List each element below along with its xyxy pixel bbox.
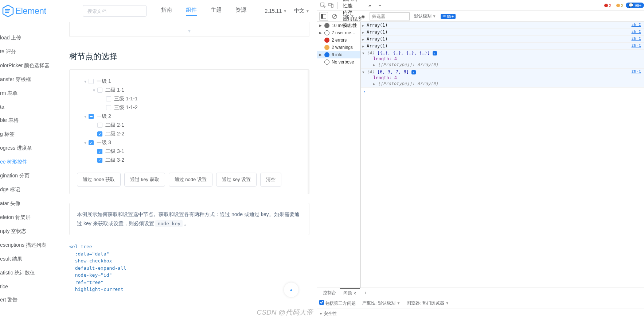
- devtools-tab[interactable]: 性能: [340, 3, 365, 9]
- sidebar-item[interactable]: esult 结果: [0, 252, 55, 266]
- context-selector[interactable]: top ▼: [341, 13, 356, 20]
- info-icon[interactable]: i: [433, 51, 437, 55]
- tree-caret-icon[interactable]: ▼: [83, 80, 89, 84]
- version-selector[interactable]: 2.15.11 ▼: [265, 8, 287, 14]
- source-link[interactable]: zh-C: [632, 36, 643, 42]
- sidebar-item[interactable]: rm 表单: [0, 87, 55, 100]
- back-to-top-button[interactable]: ▲: [284, 283, 298, 297]
- issues-section-security[interactable]: ▼ 安全性: [317, 308, 644, 319]
- language-selector[interactable]: 中文 ▼: [294, 8, 309, 14]
- console-filter-row[interactable]: ▶10 messa…: [317, 22, 360, 29]
- caret-right-icon[interactable]: ▶: [362, 36, 367, 42]
- info-icon[interactable]: i: [411, 70, 416, 74]
- tree-node[interactable]: 二级 2-1: [77, 121, 302, 130]
- message-count-badge[interactable]: 💬 99+: [626, 3, 644, 8]
- sidebar-item[interactable]: olorPicker 颜色选择器: [0, 59, 55, 73]
- tree-action-button[interactable]: 通过 node 获取: [77, 173, 121, 187]
- sidebar-item[interactable]: te 评分: [0, 45, 55, 59]
- tree-action-button[interactable]: 清空: [260, 173, 281, 187]
- tree-checkbox[interactable]: [97, 88, 102, 93]
- sidebar-item[interactable]: ta: [0, 100, 55, 114]
- sidebar-item[interactable]: ogress 进度条: [0, 141, 55, 155]
- console-filter-row[interactable]: 2 errors: [317, 36, 360, 44]
- browser-selector[interactable]: 浏览器: 热门浏览器 ▼: [407, 300, 449, 306]
- device-toggle-icon[interactable]: [327, 1, 335, 9]
- sidebar-item[interactable]: load 上传: [0, 31, 55, 45]
- sidebar-item[interactable]: escriptions 描述列表: [0, 238, 55, 252]
- tree-node[interactable]: ▼✓一级 3: [77, 138, 302, 147]
- tree-checkbox[interactable]: [89, 79, 94, 84]
- caret-down-icon[interactable]: ▼: [362, 69, 367, 75]
- tree-node[interactable]: ▼一级 1: [77, 77, 302, 86]
- tree-node[interactable]: ✓二级 3-1: [77, 147, 302, 156]
- clear-console-icon[interactable]: [330, 12, 339, 21]
- drawer-issues-tab[interactable]: 问题 ×: [340, 288, 360, 298]
- live-expression-icon[interactable]: ◉: [359, 12, 367, 21]
- tree-checkbox[interactable]: [97, 123, 102, 128]
- tree-action-button[interactable]: 通过 key 获取: [124, 173, 165, 187]
- hidden-count-badge[interactable]: 99+: [441, 14, 456, 19]
- error-count-badge[interactable]: 2: [602, 3, 614, 8]
- nav-guide[interactable]: 指南: [161, 7, 172, 16]
- element-logo[interactable]: Element: [1, 4, 46, 18]
- console-filter-row[interactable]: 2 warnings: [317, 44, 360, 51]
- tree-checkbox[interactable]: ✓: [89, 140, 94, 145]
- nav-resource[interactable]: 资源: [235, 7, 246, 16]
- caret-right-icon[interactable]: ▶: [362, 22, 367, 28]
- source-link[interactable]: zh-C: [632, 43, 643, 49]
- tree-caret-icon[interactable]: ▼: [83, 115, 89, 119]
- console-filter-input[interactable]: [370, 12, 410, 20]
- search-input[interactable]: [83, 5, 147, 17]
- tree-checkbox[interactable]: ✓: [97, 131, 102, 137]
- sidebar-item[interactable]: ee 树形控件: [0, 155, 55, 169]
- tree-checkbox[interactable]: [106, 96, 111, 101]
- sidebar-item[interactable]: g 标签: [0, 127, 55, 141]
- nav-theme[interactable]: 主题: [211, 7, 222, 16]
- severity-selector[interactable]: 严重性: 默认级别 ▼: [362, 300, 400, 306]
- doc-content[interactable]: ▼ 树节点的选择 ▼一级 1▼二级 1-1三级 1-1-1三级 1-1-2▼一级…: [55, 22, 317, 319]
- close-icon[interactable]: ×: [354, 291, 356, 296]
- nav-component[interactable]: 组件: [186, 7, 197, 16]
- drawer-add-tab[interactable]: ＋: [360, 288, 371, 298]
- sidebar-item[interactable]: atistic 统计数值: [0, 266, 55, 280]
- tree-node[interactable]: ▼一级 2: [77, 112, 302, 121]
- caret-right-icon[interactable]: ▶: [362, 43, 367, 49]
- source-link[interactable]: zh-C: [632, 29, 643, 35]
- console-prompt[interactable]: ›: [361, 88, 644, 96]
- tree-node[interactable]: ✓二级 3-2: [77, 156, 302, 165]
- add-tab-button[interactable]: ＋: [374, 0, 386, 11]
- caret-down-icon[interactable]: ▼: [362, 50, 367, 56]
- tree-node[interactable]: 三级 1-1-2: [77, 103, 302, 112]
- tree-node[interactable]: 三级 1-1-1: [77, 95, 302, 103]
- sidebar-item[interactable]: ert 警告: [0, 293, 55, 307]
- drawer-console-tab[interactable]: 控制台: [319, 288, 340, 298]
- level-selector[interactable]: 默认级别 ▼: [412, 12, 438, 20]
- sidebar-item[interactable]: ble 表格: [0, 114, 55, 127]
- tree-node[interactable]: ▼二级 1-1: [77, 86, 302, 95]
- tree-caret-icon[interactable]: ▼: [83, 141, 89, 145]
- sidebar-item[interactable]: npty 空状态: [0, 224, 55, 238]
- sidebar-item[interactable]: dge 标记: [0, 183, 55, 197]
- code-expand-bar[interactable]: ▼: [69, 22, 309, 36]
- console-output[interactable]: ▶Array(1)zh-C▶Array(1)zh-C▶Array(1)zh-C▶…: [361, 22, 644, 288]
- sidebar-toggle-icon[interactable]: [319, 12, 328, 21]
- include-3p-checkbox[interactable]: 包括第三方问题: [319, 300, 356, 307]
- tree-checkbox[interactable]: ✓: [97, 149, 102, 154]
- more-tabs-button[interactable]: »: [365, 0, 374, 11]
- caret-right-icon[interactable]: ▶: [362, 29, 367, 35]
- tree-node[interactable]: ✓二级 2-2: [77, 130, 302, 138]
- inspect-icon[interactable]: [319, 1, 327, 9]
- source-link[interactable]: zh-C: [632, 69, 643, 74]
- tree-action-button[interactable]: 通过 node 设置: [169, 173, 212, 187]
- source-link[interactable]: zh-C: [632, 22, 643, 28]
- sidebar-item[interactable]: tice: [0, 280, 55, 293]
- console-filter-row[interactable]: ▶7 user me…: [317, 29, 360, 36]
- warning-count-badge[interactable]: 2: [614, 3, 626, 8]
- tree-action-button[interactable]: 通过 key 设置: [216, 173, 257, 187]
- sidebar-item[interactable]: atar 头像: [0, 197, 55, 211]
- sidebar-item[interactable]: eleton 骨架屏: [0, 211, 55, 224]
- tree-checkbox[interactable]: ✓: [97, 158, 102, 163]
- console-filter-row[interactable]: No verbose: [317, 58, 360, 66]
- console-filter-row[interactable]: ▶6 info: [317, 51, 360, 58]
- sidebar-item[interactable]: gination 分页: [0, 169, 55, 183]
